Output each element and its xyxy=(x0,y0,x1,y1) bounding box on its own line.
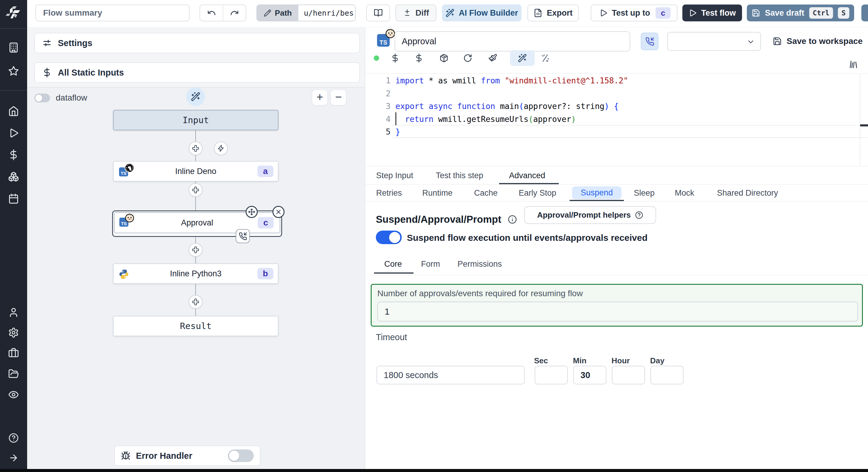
script-version-select[interactable] xyxy=(667,32,761,51)
docs-book-button[interactable] xyxy=(366,4,390,21)
add-trigger-bolt-button[interactable] xyxy=(214,141,228,155)
test-flow-button[interactable]: Test flow xyxy=(682,4,742,21)
user-icon[interactable] xyxy=(8,307,19,318)
editor-status-dot xyxy=(374,56,379,61)
subtab-shared-directory[interactable]: Shared Directory xyxy=(717,189,778,198)
assets-dollar-icon[interactable] xyxy=(391,54,400,63)
undo-button[interactable] xyxy=(200,5,223,21)
error-handler-toggle[interactable] xyxy=(228,449,254,462)
gear-icon xyxy=(8,327,19,338)
export-button[interactable]: Export xyxy=(527,4,579,21)
add-step-button-1[interactable] xyxy=(189,141,203,155)
subtab-cache[interactable]: Cache xyxy=(474,189,498,198)
workers-briefcase-icon[interactable] xyxy=(8,348,19,359)
favorites-star-icon[interactable] xyxy=(8,66,19,76)
add-step-button-3[interactable] xyxy=(189,243,203,257)
code-editor[interactable]: 1 2 3 4 5 import * as wmill from "windmi… xyxy=(365,74,868,166)
info-icon[interactable] xyxy=(508,215,517,224)
play-icon xyxy=(688,9,697,17)
save-to-workspace-button[interactable]: Save to workspace xyxy=(773,36,863,46)
undo-icon xyxy=(207,8,216,18)
plus-cross-icon xyxy=(192,298,199,306)
coretab-core[interactable]: Core xyxy=(384,260,402,269)
library-icon[interactable] xyxy=(849,60,859,69)
all-static-inputs-button[interactable]: All Static Inputs xyxy=(34,62,360,83)
subtab-suspend-active[interactable]: Suspend xyxy=(572,186,621,199)
subtab-retries[interactable]: Retries xyxy=(376,189,402,198)
timeout-min-input[interactable] xyxy=(573,366,607,384)
runs-play-icon[interactable] xyxy=(8,128,19,138)
workspace-building-icon[interactable] xyxy=(8,42,19,53)
diff-button[interactable]: Diff xyxy=(396,4,436,21)
ai-flow-builder-label: AI Flow Builder xyxy=(459,8,518,18)
step-name-input[interactable] xyxy=(395,31,630,52)
path-button[interactable]: Path xyxy=(257,5,299,21)
building-icon xyxy=(8,42,19,53)
flow-summary-input[interactable] xyxy=(35,4,190,21)
windmill-logo[interactable] xyxy=(6,5,22,21)
test-up-to-button[interactable]: Test up to c xyxy=(591,4,678,21)
redo-button[interactable] xyxy=(223,5,246,21)
ai-fix-sparkles-icon[interactable] xyxy=(541,54,550,63)
coretab-form[interactable]: Form xyxy=(421,260,440,269)
required-events-input[interactable] xyxy=(377,302,858,322)
plus-cross-icon xyxy=(192,186,199,194)
resources-boxes-icon[interactable] xyxy=(8,171,19,182)
delete-node-button[interactable] xyxy=(273,206,284,218)
package-reload-icon[interactable] xyxy=(439,54,448,63)
move-node-handle[interactable] xyxy=(246,206,258,218)
zoom-out-button[interactable]: − xyxy=(331,90,346,105)
help-icon[interactable] xyxy=(8,433,19,443)
sliders-icon xyxy=(42,38,52,48)
tab-test-this-step[interactable]: Test this step xyxy=(436,171,484,180)
path-value[interactable]: u/henri/bes xyxy=(299,5,355,21)
timeout-display-input[interactable] xyxy=(376,366,525,384)
line-number: 3 xyxy=(374,100,391,112)
variables-dollar-icon[interactable] xyxy=(414,54,424,63)
reload-icon[interactable] xyxy=(463,54,472,63)
min-label: Min xyxy=(573,356,587,365)
zoom-in-button[interactable]: + xyxy=(312,90,328,105)
audit-eye-icon[interactable] xyxy=(8,389,19,400)
timeout-hour-input[interactable] xyxy=(612,366,645,384)
timeout-sec-input[interactable] xyxy=(535,366,568,384)
ai-wand-active-button[interactable] xyxy=(510,50,535,66)
approval-prompt-helpers-button[interactable]: Approval/Prompt helpers xyxy=(524,206,656,224)
save-draft-button[interactable]: Save draft Ctrl S xyxy=(747,4,854,21)
subtab-sleep[interactable]: Sleep xyxy=(634,189,655,198)
flow-node-result[interactable]: Result xyxy=(113,316,278,336)
collapse-sidebar-icon[interactable] xyxy=(8,453,19,463)
settings-gear-icon[interactable] xyxy=(8,327,19,338)
flow-node-inline-python[interactable]: Inline Python3 b xyxy=(113,263,278,284)
subtab-early-stop[interactable]: Early Stop xyxy=(519,189,556,198)
current-line-bottom-border xyxy=(392,137,868,138)
format-brush-icon[interactable] xyxy=(488,54,497,63)
variables-dollar-icon[interactable] xyxy=(8,149,19,160)
zoom-in-glyph: + xyxy=(316,91,323,104)
flow-node-input[interactable]: Input xyxy=(113,110,278,130)
settings-button[interactable]: Settings xyxy=(34,33,360,53)
tab-advanced[interactable]: Advanced xyxy=(509,171,545,180)
deploy-button-partial[interactable] xyxy=(861,4,868,21)
graph-ai-wand-button[interactable] xyxy=(186,87,205,106)
flow-node-inline-deno[interactable]: TS Inline Deno a xyxy=(113,161,278,181)
coretab-permissions[interactable]: Permissions xyxy=(458,260,502,269)
home-icon[interactable] xyxy=(8,106,19,116)
timeout-day-input[interactable] xyxy=(650,366,684,384)
folders-icon[interactable] xyxy=(8,368,19,379)
approval-node-badge: c xyxy=(258,217,274,229)
add-step-button-2[interactable] xyxy=(189,183,203,197)
subtab-runtime[interactable]: Runtime xyxy=(422,189,453,198)
bolt-icon xyxy=(217,145,224,152)
result-node-label: Result xyxy=(114,316,278,336)
dataflow-toggle[interactable] xyxy=(34,94,50,102)
add-step-button-4[interactable] xyxy=(189,295,203,309)
coretabs-bottom-border xyxy=(365,275,868,275)
suspend-phone-button[interactable] xyxy=(641,33,658,50)
subtab-mock[interactable]: Mock xyxy=(675,189,694,198)
ai-flow-builder-button[interactable]: AI Flow Builder xyxy=(442,4,521,21)
schedules-calendar-icon[interactable] xyxy=(8,193,19,204)
tab-step-input[interactable]: Step Input xyxy=(376,171,413,180)
phone-incoming-icon xyxy=(239,232,247,240)
suspend-toggle-on[interactable] xyxy=(376,231,402,244)
